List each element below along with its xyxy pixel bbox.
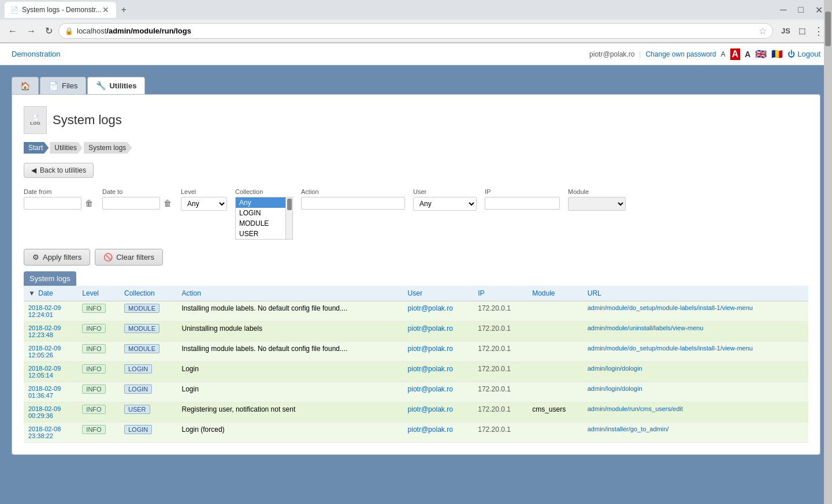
- breadcrumb-system-logs[interactable]: System logs: [84, 142, 132, 154]
- logout-label: Logout: [797, 50, 820, 58]
- flag-en-icon[interactable]: 🇬🇧: [755, 48, 767, 59]
- back-to-utilities-button[interactable]: ◀ Back to utilities: [24, 163, 94, 178]
- cell-url[interactable]: admin/login/dologin: [583, 382, 808, 402]
- cell-collection: LOGIN: [120, 362, 177, 382]
- date-to-clear-button[interactable]: 🗑: [162, 197, 173, 209]
- url-link[interactable]: admin/module/do_setup/module-labels/inst…: [588, 345, 753, 352]
- cell-url[interactable]: admin/module/do_setup/module-labels/inst…: [583, 342, 808, 362]
- cell-collection: USER: [120, 402, 177, 423]
- col-action[interactable]: Action: [177, 286, 403, 301]
- clear-filters-button[interactable]: 🚫 Clear filters: [95, 249, 163, 266]
- user-link[interactable]: piotr@polak.ro: [408, 425, 453, 434]
- user-link[interactable]: piotr@polak.ro: [408, 304, 453, 312]
- table-row: 2018-02-0912:24:01 INFO MODULE Installin…: [24, 301, 808, 322]
- col-date[interactable]: ▼ Date: [24, 286, 77, 301]
- minimize-button[interactable]: ─: [775, 3, 791, 16]
- tab-utilities[interactable]: 🔧 Utilities: [87, 77, 145, 94]
- cell-date: 2018-02-0901:36:47: [24, 382, 77, 402]
- font-large-button[interactable]: A: [745, 50, 751, 59]
- user-link[interactable]: piotr@polak.ro: [408, 365, 453, 373]
- url-link[interactable]: admin/module/run/cms_users/edit: [588, 405, 683, 412]
- collection-option-any[interactable]: Any: [236, 197, 285, 208]
- col-level[interactable]: Level: [77, 286, 120, 301]
- font-medium-button[interactable]: A: [730, 48, 741, 60]
- user-link[interactable]: piotr@polak.ro: [408, 324, 453, 333]
- collection-option-module[interactable]: MODULE: [236, 218, 285, 229]
- cell-module: [528, 301, 583, 322]
- screen-button[interactable]: ⬚: [795, 25, 809, 37]
- cell-user[interactable]: piotr@polak.ro: [403, 423, 474, 443]
- cell-ip: 172.20.0.1: [473, 423, 528, 443]
- logout-button[interactable]: ⏻ Logout: [788, 50, 820, 58]
- breadcrumb-utilities[interactable]: Utilities: [50, 142, 83, 154]
- cell-user[interactable]: piotr@polak.ro: [403, 382, 474, 402]
- log-icon-label: LOG: [30, 121, 40, 126]
- collection-options: Any LOGIN MODULE USER: [236, 197, 285, 239]
- action-input[interactable]: [301, 197, 405, 210]
- cell-user[interactable]: piotr@polak.ro: [403, 301, 474, 322]
- user-select[interactable]: Any: [413, 197, 477, 211]
- tab-close-button[interactable]: ✕: [101, 5, 110, 14]
- cell-user[interactable]: piotr@polak.ro: [403, 342, 474, 362]
- user-link[interactable]: piotr@polak.ro: [408, 405, 453, 413]
- user-link[interactable]: piotr@polak.ro: [408, 385, 453, 393]
- url-link[interactable]: admin/module/do_setup/module-labels/inst…: [588, 304, 753, 311]
- col-user[interactable]: User: [403, 286, 474, 301]
- font-small-button[interactable]: A: [721, 50, 726, 58]
- flag-ro-icon[interactable]: 🇷🇴: [771, 48, 783, 59]
- tab-files[interactable]: 📄 Files: [40, 77, 86, 94]
- date-from-input[interactable]: [24, 197, 81, 210]
- collection-option-login[interactable]: LOGIN: [236, 208, 285, 218]
- cell-url[interactable]: admin/installer/go_to_admin/: [583, 423, 808, 443]
- level-label: Level: [181, 188, 227, 195]
- date-to-input[interactable]: [102, 197, 160, 210]
- cell-url[interactable]: admin/module/run/cms_users/edit: [583, 402, 808, 423]
- url-link[interactable]: admin/installer/go_to_admin/: [588, 425, 669, 432]
- breadcrumb-start[interactable]: Start: [24, 142, 49, 154]
- browser-tab[interactable]: 📄 System logs - Demonstr... ✕: [5, 2, 116, 18]
- table-row: 2018-02-0912:05:26 INFO MODULE Installin…: [24, 342, 808, 362]
- date-from-clear-button[interactable]: 🗑: [84, 197, 94, 209]
- bookmark-icon[interactable]: ☆: [759, 25, 767, 36]
- back-nav-button[interactable]: ←: [5, 24, 21, 39]
- collection-scrollbar[interactable]: [285, 197, 292, 239]
- app-brand-link[interactable]: Demonstration: [12, 50, 61, 58]
- user-link[interactable]: piotr@polak.ro: [408, 345, 453, 353]
- collection-option-user[interactable]: USER: [236, 229, 285, 239]
- extensions-button[interactable]: JS: [778, 25, 794, 37]
- col-collection[interactable]: Collection: [120, 286, 177, 301]
- tab-home[interactable]: 🏠: [12, 77, 39, 94]
- col-ip[interactable]: IP: [473, 286, 528, 301]
- module-select[interactable]: [568, 197, 626, 211]
- col-module[interactable]: Module: [528, 286, 583, 301]
- table-row: 2018-02-0912:05:14 INFO LOGIN Login piot…: [24, 362, 808, 382]
- cell-user[interactable]: piotr@polak.ro: [403, 362, 474, 382]
- level-select[interactable]: Any INFO WARNING ERROR: [181, 197, 227, 211]
- forward-nav-button[interactable]: →: [23, 24, 39, 39]
- level-badge: INFO: [82, 304, 105, 313]
- cell-module: [528, 342, 583, 362]
- maximize-button[interactable]: □: [793, 3, 808, 16]
- collection-badge: LOGIN: [124, 425, 152, 434]
- ip-input[interactable]: [485, 197, 560, 210]
- cell-ip: 172.20.0.1: [473, 322, 528, 342]
- cell-url[interactable]: admin/module/do_setup/module-labels/inst…: [583, 301, 808, 322]
- reload-button[interactable]: ↻: [42, 23, 56, 39]
- cell-user[interactable]: piotr@polak.ro: [403, 322, 474, 342]
- url-link[interactable]: admin/login/dologin: [588, 385, 642, 392]
- col-url[interactable]: URL: [583, 286, 808, 301]
- date-value: 2018-02-0901:36:47: [28, 385, 61, 399]
- level-badge: INFO: [82, 324, 105, 333]
- url-link[interactable]: admin/module/uninstall/labels/view-menu: [588, 324, 704, 331]
- url-link[interactable]: admin/login/dologin: [588, 365, 642, 372]
- date-value: 2018-02-0912:05:14: [28, 365, 61, 379]
- apply-filters-button[interactable]: ⚙ Apply filters: [24, 249, 90, 266]
- new-tab-button[interactable]: +: [117, 3, 129, 16]
- change-password-link[interactable]: Change own password: [645, 50, 716, 58]
- collection-listbox[interactable]: Any LOGIN MODULE USER: [235, 197, 293, 240]
- cell-url[interactable]: admin/module/uninstall/labels/view-menu: [583, 322, 808, 342]
- cell-url[interactable]: admin/login/dologin: [583, 362, 808, 382]
- url-bar[interactable]: 🔒 localhost/admin/module/run/logs ☆: [58, 23, 773, 39]
- cell-user[interactable]: piotr@polak.ro: [403, 402, 474, 423]
- page-scrollbar[interactable]: [824, 0, 832, 466]
